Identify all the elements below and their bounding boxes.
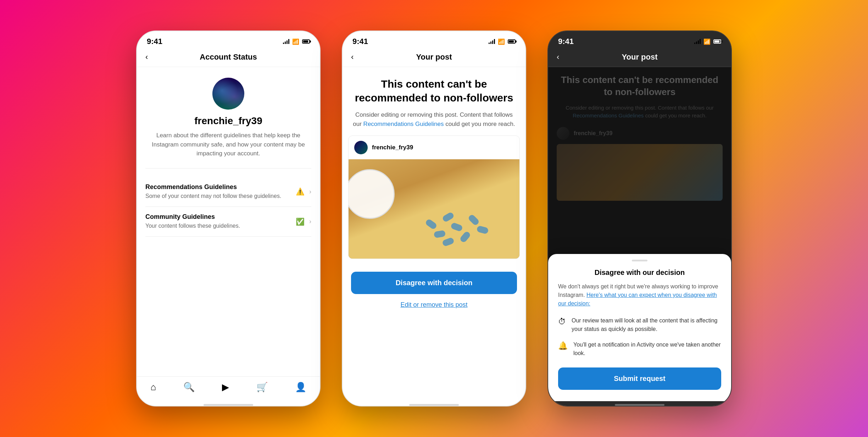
status-bar-2: 9:41 📶 [343, 31, 525, 49]
sheet-item-text-1: Our review team will look at all the con… [572, 316, 721, 333]
status-icons-3: 📶 [694, 38, 721, 45]
guideline-text-2: Community Guidelines Your content follow… [145, 213, 291, 230]
disagree-button[interactable]: Disagree with decision [351, 272, 517, 294]
pill-4 [468, 214, 480, 226]
nav-header-2: ‹ Your post [343, 49, 525, 67]
post-restriction-title: This content can't be recommended to non… [351, 77, 517, 105]
sheet-item-2: 🔔 You'll get a notification in Activity … [558, 341, 721, 358]
avatar [212, 78, 244, 110]
sheet-item-text-2: You'll get a notification in Activity on… [573, 341, 721, 358]
pill-1 [442, 211, 455, 223]
guidelines-list: Recommendations Guidelines Some of your … [145, 177, 311, 237]
sheet-description: We don't always get it right but we're a… [558, 282, 721, 308]
signal-icon-2 [489, 39, 495, 44]
check-icon: ✅ [294, 216, 306, 227]
submit-request-button[interactable]: Submit request [558, 367, 721, 390]
battery-icon-2 [508, 39, 516, 44]
status-time-1: 9:41 [147, 37, 162, 46]
profile-icon[interactable]: 👤 [295, 382, 306, 393]
profile-description: Learn about the different guidelines tha… [145, 131, 311, 158]
screen2-content: This content can't be recommended to non… [343, 67, 525, 401]
phone3-inner: 9:41 📶 ‹ Your post This content ca [548, 31, 731, 406]
status-time-3: 9:41 [558, 37, 574, 46]
desc-text-after: could get you more reach. [445, 121, 515, 127]
battery-icon-3 [713, 39, 721, 44]
search-icon[interactable]: 🔍 [183, 382, 195, 393]
home-indicator-2 [409, 404, 459, 406]
pill-5 [459, 231, 471, 243]
chevron-right-icon-2: › [309, 218, 311, 225]
home-indicator-3 [615, 404, 664, 406]
bottom-sheet: Disagree with our decision We don't alwa… [548, 254, 731, 401]
pill-8 [425, 218, 438, 230]
status-bar-3: 9:41 📶 [548, 31, 731, 49]
phone3-top: 9:41 📶 ‹ Your post [548, 31, 731, 67]
phone-account-status: 9:41 📶 ‹ Account Status frenchie_fry39 L… [136, 31, 321, 406]
clock-icon: ⏱ [558, 317, 566, 326]
phone-disagree-sheet: 9:41 📶 ‹ Your post This content ca [547, 31, 732, 406]
warning-icon: ⚠️ [294, 186, 306, 197]
bell-icon: 🔔 [558, 341, 568, 350]
guideline-title-2: Community Guidelines [145, 213, 291, 221]
signal-icon-1 [283, 39, 289, 44]
post-card-username: frenchie_fry39 [372, 144, 413, 151]
sheet-item-1: ⏱ Our review team will look at all the c… [558, 316, 721, 333]
wifi-icon-1: 📶 [292, 38, 299, 45]
guideline-text-1: Recommendations Guidelines Some of your … [145, 183, 291, 200]
sheet-handle [632, 260, 647, 261]
recommendations-guideline-item[interactable]: Recommendations Guidelines Some of your … [145, 177, 311, 207]
avatar-wave [212, 78, 244, 110]
shop-icon[interactable]: 🛒 [256, 382, 268, 393]
reels-icon[interactable]: ▶ [222, 382, 229, 393]
back-button-2[interactable]: ‹ [351, 52, 354, 62]
home-icon[interactable]: ⌂ [150, 382, 156, 393]
status-time-2: 9:41 [352, 37, 368, 46]
status-icons-1: 📶 [283, 38, 310, 45]
phone-your-post: 9:41 📶 ‹ Your post This content can't be… [342, 31, 526, 406]
nav-title-2: Your post [416, 52, 452, 62]
pill-3 [434, 230, 446, 238]
phone3-background: This content can't be recommended to non… [548, 67, 731, 401]
guideline-sub-2: Your content follows these guidelines. [145, 222, 291, 230]
sheet-title: Disagree with our decision [558, 269, 721, 277]
action-section: Disagree with decision Edit or remove th… [343, 266, 525, 316]
back-button-1[interactable]: ‹ [145, 52, 148, 62]
battery-icon-1 [302, 39, 310, 44]
screen1-content: frenchie_fry39 Learn about the different… [137, 67, 320, 376]
username-label: frenchie_fry39 [194, 115, 262, 127]
back-button-3[interactable]: ‹ [557, 52, 559, 62]
guideline-sub-1: Some of your content may not follow thes… [145, 192, 291, 200]
nav-title-3: Your post [622, 52, 657, 62]
signal-icon-3 [694, 39, 701, 44]
pill-2 [450, 222, 463, 232]
nav-title-1: Account Status [200, 52, 257, 62]
pill-container [349, 159, 519, 259]
post-header-section: This content can't be recommended to non… [343, 67, 525, 135]
post-restriction-desc: Consider editing or removing this post. … [351, 110, 517, 128]
post-card-header: frenchie_fry39 [349, 136, 519, 159]
pill-7 [442, 237, 455, 247]
wifi-icon-3: 📶 [703, 38, 711, 45]
bottom-nav: ⌂ 🔍 ▶ 🛒 👤 [137, 376, 320, 401]
guideline-title-1: Recommendations Guidelines [145, 183, 291, 191]
nav-header-1: ‹ Account Status [137, 49, 320, 67]
status-icons-2: 📶 [489, 38, 516, 45]
medicine-cup [349, 169, 395, 219]
status-bar-1: 9:41 📶 [137, 31, 320, 49]
post-card: frenchie_fry39 [348, 135, 520, 259]
profile-section: frenchie_fry39 Learn about the different… [145, 78, 311, 168]
wifi-icon-2: 📶 [498, 38, 505, 45]
pill-6 [476, 226, 489, 235]
rec-guidelines-link[interactable]: Recommendations Guidelines [363, 121, 444, 127]
chevron-right-icon-1: › [309, 188, 311, 195]
home-indicator-1 [204, 404, 253, 406]
post-avatar [354, 141, 368, 154]
community-guideline-item[interactable]: Community Guidelines Your content follow… [145, 207, 311, 237]
nav-header-3: ‹ Your post [548, 49, 731, 67]
post-image [349, 159, 519, 259]
edit-remove-link[interactable]: Edit or remove this post [351, 301, 517, 309]
